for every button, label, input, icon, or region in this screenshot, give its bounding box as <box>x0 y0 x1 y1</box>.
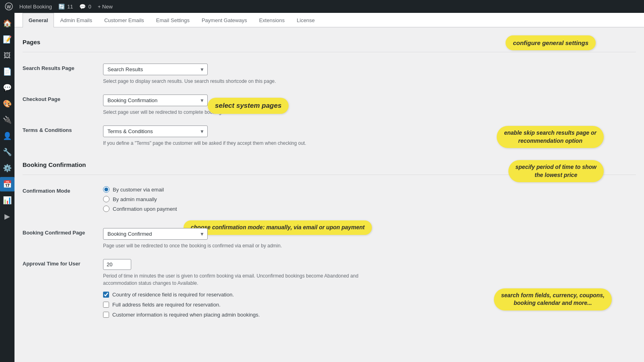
checkout-page-label: Checkout Page <box>23 90 103 121</box>
radio-upon-payment-input[interactable] <box>103 206 109 212</box>
confirmation-mode-field: By customer via email By admin manually … <box>103 181 385 217</box>
booking-confirmed-select-wrapper: Booking Confirmed Home Thank You ▼ <box>103 228 208 240</box>
checkbox-customer-info[interactable]: Customer information is required when pl… <box>103 312 385 318</box>
approval-time-row: Approval Time for User Period of time in… <box>23 254 385 327</box>
approval-time-input[interactable] <box>103 259 131 270</box>
radio-by-admin-label: By admin manually <box>113 196 157 202</box>
annotation-specify-period: specify period of time to showthe lowest… <box>508 160 604 182</box>
booking-confirmed-help: Page user will be redirected to once the… <box>103 242 385 249</box>
new-item[interactable]: + New <box>98 4 113 10</box>
search-results-select[interactable]: Search Results Home About <box>103 64 208 75</box>
checkout-page-row: Checkout Page Booking Confirmation Check… <box>23 90 385 121</box>
radio-by-email-label: By customer via email <box>113 187 164 193</box>
updates-icon: 🔄 <box>58 4 65 10</box>
updates-item[interactable]: 🔄 11 <box>58 4 73 10</box>
booking-confirmed-table: Booking Confirmed Page Booking Confirmed… <box>23 223 385 327</box>
sidebar-icon-users[interactable]: 👤 <box>0 129 14 143</box>
search-results-select-wrapper: Search Results Home About ▼ <box>103 64 208 75</box>
search-results-help: Select page to display search results. U… <box>103 78 385 85</box>
new-label: + New <box>98 4 113 10</box>
approval-time-label: Approval Time for User <box>23 254 103 327</box>
annotation-choose-confirmation: choose confirmation mode: manually, via … <box>184 220 372 235</box>
terms-help: If you define a "Terms" page the custome… <box>103 140 385 147</box>
tab-customer-emails[interactable]: Customer Emails <box>98 13 150 27</box>
booking-confirmation-table: Confirmation Mode By customer via email … <box>23 181 385 217</box>
site-name-item[interactable]: Hotel Booking <box>19 4 52 10</box>
sidebar-icon-tools[interactable]: 🔧 <box>0 145 14 159</box>
sidebar-icon-appearance[interactable]: 🎨 <box>0 97 14 111</box>
admin-sidebar: 🏠 📝 🖼 📄 💬 🎨 🔌 👤 🔧 ⚙️ 📅 📊 ▶ <box>0 13 14 362</box>
sidebar-icon-settings[interactable]: ⚙️ <box>0 161 14 175</box>
checkbox-customer-info-label: Customer information is required when pl… <box>112 312 260 318</box>
sidebar-icon-media[interactable]: 🖼 <box>0 48 14 63</box>
terms-label: Terms & Conditions <box>23 121 103 152</box>
sidebar-icon-pages[interactable]: 📄 <box>0 64 14 79</box>
approval-time-field: Period of time in minutes the user is gi… <box>103 254 385 327</box>
comments-icon: 💬 <box>79 4 86 10</box>
approval-time-help: Period of time in minutes the user is gi… <box>103 272 385 287</box>
wp-logo-item[interactable]: W <box>5 2 13 10</box>
search-results-row: Search Results Page Search Results Home … <box>23 59 385 90</box>
terms-select-wrapper: Terms & Conditions Privacy Policy None ▼ <box>103 125 208 137</box>
checkbox-country-input[interactable] <box>103 292 109 298</box>
wp-logo-icon: W <box>5 2 13 10</box>
terms-field: Terms & Conditions Privacy Policy None ▼… <box>103 121 385 152</box>
tab-admin-emails[interactable]: Admin Emails <box>54 13 98 27</box>
annotation-skip-search: enable skip search results page orrecomm… <box>497 126 604 148</box>
checkbox-country[interactable]: Country of residence field is required f… <box>103 292 385 298</box>
tab-extensions[interactable]: Extensions <box>253 13 291 27</box>
checkbox-full-address[interactable]: Full address fields are required for res… <box>103 302 385 308</box>
annotation-search-form-fields: search form fields, currency, coupons,bo… <box>494 288 612 311</box>
updates-count: 11 <box>67 4 73 10</box>
comments-count: 0 <box>88 4 91 10</box>
terms-select[interactable]: Terms & Conditions Privacy Policy None <box>103 125 208 137</box>
page-content: configure general settings Pages Search … <box>14 27 644 335</box>
terms-conditions-row: Terms & Conditions Terms & Conditions Pr… <box>23 121 385 152</box>
sidebar-icon-extra[interactable]: ▶ <box>0 209 14 224</box>
sidebar-icon-analytics[interactable]: 📊 <box>0 193 14 208</box>
checkbox-customer-info-input[interactable] <box>103 312 109 318</box>
sidebar-icon-comments[interactable]: 💬 <box>0 80 14 95</box>
radio-by-admin[interactable]: By admin manually <box>103 196 385 202</box>
tab-general[interactable]: General <box>23 13 54 27</box>
sidebar-icon-plugins[interactable]: 🔌 <box>0 113 14 127</box>
confirmation-mode-radio-group: By customer via email By admin manually … <box>103 186 385 212</box>
booking-confirmed-select[interactable]: Booking Confirmed Home Thank You <box>103 228 208 240</box>
checkbox-full-address-label: Full address fields are required for res… <box>112 302 221 308</box>
sidebar-icon-hotel[interactable]: 📅 <box>0 177 14 191</box>
tabs-container: General Admin Emails Customer Emails Ema… <box>14 13 644 27</box>
pages-form-table: Search Results Page Search Results Home … <box>23 59 385 152</box>
radio-upon-payment-label: Confirmation upon payment <box>113 206 177 212</box>
search-results-field: Search Results Home About ▼ Select page … <box>103 59 385 90</box>
radio-by-email[interactable]: By customer via email <box>103 186 385 193</box>
checkbox-full-address-input[interactable] <box>103 302 109 308</box>
tab-license[interactable]: License <box>291 13 321 27</box>
search-results-label: Search Results Page <box>23 59 103 90</box>
comments-item[interactable]: 💬 0 <box>79 4 91 10</box>
checkout-page-select[interactable]: Booking Confirmation Checkout Home <box>103 95 208 106</box>
radio-by-email-input[interactable] <box>103 186 109 193</box>
main-content: General Admin Emails Customer Emails Ema… <box>14 13 644 362</box>
confirmation-mode-row: Confirmation Mode By customer via email … <box>23 181 385 217</box>
annotation-select-system-pages: select system pages <box>208 98 289 114</box>
sidebar-icon-dashboard[interactable]: 🏠 <box>0 16 14 31</box>
radio-upon-payment[interactable]: Confirmation upon payment <box>103 206 385 212</box>
sidebar-icon-posts[interactable]: 📝 <box>0 32 14 47</box>
checkbox-country-label: Country of residence field is required f… <box>112 292 234 298</box>
booking-confirmed-label: Booking Confirmed Page <box>23 223 103 254</box>
tab-email-settings[interactable]: Email Settings <box>150 13 196 27</box>
annotation-configure-general: configure general settings <box>506 35 596 50</box>
admin-bar: W Hotel Booking 🔄 11 💬 0 + New <box>0 0 644 13</box>
radio-by-admin-input[interactable] <box>103 196 109 202</box>
site-name: Hotel Booking <box>19 4 52 10</box>
confirmation-mode-label: Confirmation Mode <box>23 181 103 217</box>
tab-payment-gateways[interactable]: Payment Gateways <box>196 13 253 27</box>
checkout-page-select-wrapper: Booking Confirmation Checkout Home ▼ <box>103 95 208 106</box>
svg-text:W: W <box>7 4 11 9</box>
